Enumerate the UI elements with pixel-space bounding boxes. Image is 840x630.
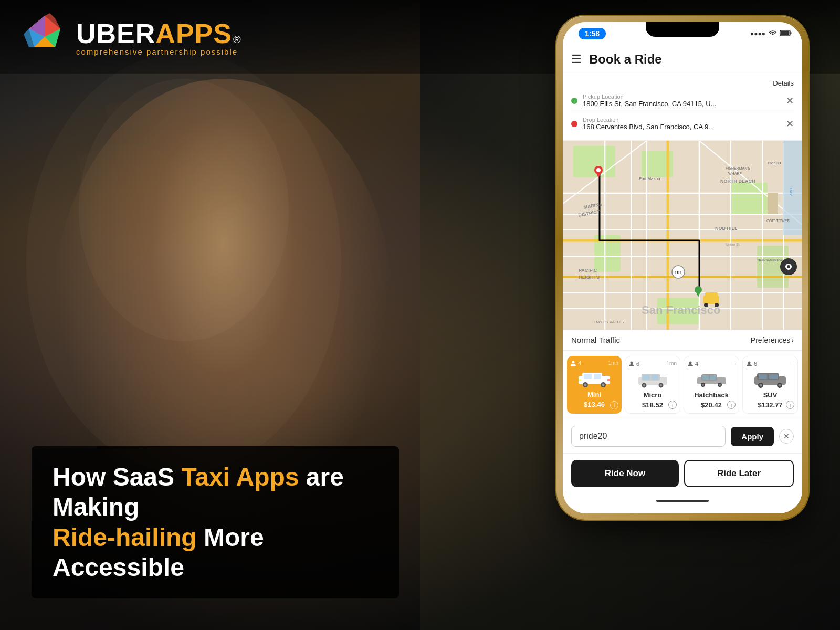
drop-clear-button[interactable]: ✕ — [786, 118, 794, 130]
promo-section: Apply ✕ — [563, 419, 802, 454]
menu-icon[interactable]: ☰ — [571, 52, 582, 66]
svg-rect-73 — [584, 374, 592, 379]
wifi-icon — [769, 30, 777, 38]
headline-orange2: Ride-hailing — [52, 523, 197, 551]
car-card-suv[interactable]: 6 - SUV $132.77 i — [742, 356, 798, 414]
app-title: Book a Ride — [589, 52, 662, 67]
mini-price: $13.46 — [584, 401, 605, 408]
logo-text: UBER APPS ® comprehensive partnership po… — [76, 18, 241, 56]
svg-point-98 — [719, 384, 721, 386]
hatchback-eta: - — [734, 361, 736, 366]
pickup-row: Pickup Location 1800 Ellis St, San Franc… — [571, 89, 794, 112]
logo-name-apps: APPS — [155, 18, 232, 49]
pickup-label: Pickup Location — [583, 93, 781, 100]
home-indicator — [656, 500, 709, 502]
micro-info-button[interactable]: i — [668, 401, 677, 409]
svg-point-70 — [572, 361, 575, 364]
ride-later-button[interactable]: Ride Later — [684, 460, 794, 487]
svg-rect-103 — [769, 374, 778, 379]
chevron-right-icon: › — [791, 336, 794, 344]
bottom-buttons: Ride Now Ride Later — [563, 454, 802, 494]
apply-button[interactable]: Apply — [731, 427, 774, 446]
promo-input[interactable] — [571, 426, 726, 447]
phone-screen: 1:58 ●●●● — [563, 22, 802, 513]
pickup-value[interactable]: 1800 Ellis St, San Francisco, CA 94115, … — [583, 100, 781, 108]
micro-capacity: 6 — [628, 361, 639, 367]
drop-row: Drop Location 168 Cervantes Blvd, San Fr… — [571, 112, 794, 135]
pickup-clear-button[interactable]: ✕ — [786, 95, 794, 107]
drop-dot — [571, 121, 578, 127]
svg-rect-64 — [705, 292, 718, 298]
headline-orange1: Taxi Apps — [181, 463, 299, 491]
status-time: 1:58 — [579, 28, 606, 39]
micro-price: $18.52 — [642, 401, 663, 409]
hatchback-capacity: 4 — [687, 361, 698, 367]
svg-rect-14 — [573, 146, 615, 177]
svg-rect-85 — [652, 375, 658, 380]
svg-text:COIT TOWER: COIT TOWER — [766, 219, 790, 223]
app-header: ☰ Book a Ride — [563, 45, 802, 74]
svg-rect-94 — [710, 375, 716, 380]
svg-point-65 — [704, 303, 708, 307]
svg-rect-80 — [607, 379, 610, 381]
location-section: +Details Pickup Location 1800 Ellis St, … — [563, 74, 802, 141]
headline-line2: Ride-hailing More Accessible — [52, 523, 264, 582]
suv-eta: - — [793, 361, 794, 366]
svg-point-81 — [631, 362, 633, 364]
mini-info-button[interactable]: i — [610, 401, 618, 410]
hatchback-info-button[interactable]: i — [727, 401, 736, 409]
suv-info-button[interactable]: i — [786, 401, 794, 409]
svg-text:BAY: BAY — [789, 188, 793, 196]
car-card-hatchback[interactable]: 4 - Hatchback $20.42 i — [684, 356, 739, 414]
battery-icon — [780, 30, 792, 38]
suv-price: $132.77 — [758, 401, 783, 409]
suv-car-image — [752, 369, 789, 389]
car-selection: 4 1mn — [563, 351, 802, 419]
headline-block: How SaaS Taxi Apps are Making Ride-haili… — [32, 446, 399, 598]
svg-point-89 — [660, 384, 662, 386]
svg-point-60 — [596, 168, 601, 172]
svg-rect-84 — [643, 375, 650, 380]
hatchback-price: $20.42 — [701, 401, 722, 409]
close-promo-button[interactable]: ✕ — [779, 429, 794, 444]
svg-point-69 — [787, 265, 790, 268]
svg-text:Union St: Union St — [726, 243, 740, 246]
logo-tagline: comprehensive partnership possible — [76, 47, 241, 56]
svg-point-76 — [584, 384, 587, 386]
mini-name: Mini — [587, 391, 601, 398]
svg-text:101: 101 — [674, 270, 682, 275]
logo-icon — [21, 13, 68, 60]
svg-point-96 — [702, 384, 704, 386]
svg-text:TRANSAMERICA: TRANSAMERICA — [757, 259, 782, 262]
svg-text:Pier 39: Pier 39 — [768, 161, 781, 165]
car-card-micro[interactable]: 6 1mn Micro $18.52 i — [625, 356, 680, 414]
traffic-status: Normal Traffic — [571, 335, 620, 344]
svg-rect-93 — [702, 375, 709, 380]
phone-frame: 1:58 ●●●● — [556, 16, 808, 520]
svg-text:NOB HILL: NOB HILL — [715, 226, 738, 231]
svg-text:HAYES VALLEY: HAYES VALLEY — [594, 320, 625, 324]
hatchback-car-image — [693, 369, 730, 389]
drop-value[interactable]: 168 Cervantes Blvd, San Francisco, CA 9.… — [583, 123, 781, 131]
details-link[interactable]: +Details — [571, 79, 794, 87]
svg-text:Fort Mason: Fort Mason — [639, 176, 660, 181]
svg-rect-102 — [759, 374, 767, 379]
svg-text:FISHERMAN'S: FISHERMAN'S — [726, 166, 751, 170]
map-area[interactable]: 101 — [563, 141, 802, 330]
svg-point-87 — [643, 384, 645, 386]
headline-line1: How SaaS Taxi Apps are Making — [52, 463, 344, 521]
signal-icon: ●●●● — [750, 30, 765, 37]
logo-area: UBER APPS ® comprehensive partnership po… — [21, 13, 241, 60]
car-card-mini[interactable]: 4 1mn — [567, 356, 622, 414]
ride-now-button[interactable]: Ride Now — [571, 460, 679, 487]
pickup-dot — [571, 98, 578, 104]
preferences-link[interactable]: Preferences › — [751, 336, 794, 344]
svg-rect-11 — [791, 32, 792, 34]
logo-registered: ® — [233, 34, 241, 46]
svg-point-66 — [715, 303, 719, 307]
phone-mockup: 1:58 ●●●● — [556, 16, 808, 530]
hatchback-name: Hatchback — [694, 391, 729, 399]
svg-rect-74 — [594, 374, 601, 379]
svg-text:WHARF: WHARF — [728, 172, 742, 175]
logo-name-uber: UBER — [76, 18, 155, 49]
